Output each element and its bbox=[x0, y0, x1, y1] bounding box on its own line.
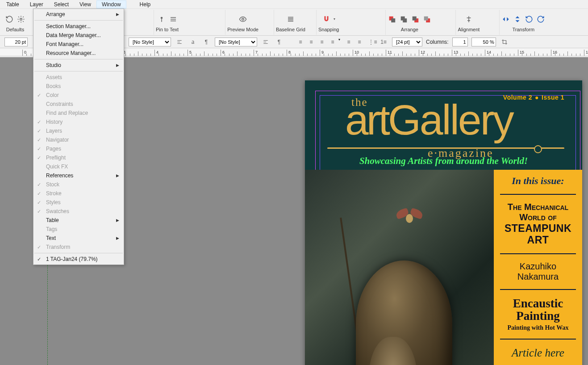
check-icon: ✓ bbox=[37, 92, 41, 98]
valign-top-icon[interactable]: ≡ bbox=[344, 38, 354, 46]
menu-layer[interactable]: Layer bbox=[25, 0, 49, 8]
menu-item-preflight: ✓Preflight bbox=[33, 153, 124, 162]
transform-label: Transform bbox=[512, 27, 534, 32]
menu-table[interactable]: Table bbox=[1, 0, 25, 8]
brush-underline-icon bbox=[327, 147, 564, 149]
zoom-field[interactable] bbox=[471, 38, 496, 46]
menubar: TableLayerSelectViewWindowHelp bbox=[0, 0, 588, 9]
menu-item-pages: ✓Pages bbox=[33, 144, 124, 153]
menu-separator bbox=[34, 253, 123, 253]
crop-icon[interactable] bbox=[500, 38, 509, 46]
check-icon: ✓ bbox=[37, 182, 41, 188]
check-icon: ✓ bbox=[37, 146, 41, 152]
menu-item-table[interactable]: Table▶ bbox=[33, 216, 124, 225]
para-style-select[interactable]: [No Style] bbox=[129, 38, 171, 46]
preview-label: Preview Mode bbox=[227, 27, 259, 32]
feature-artist: Kazuhiko Nakamura bbox=[497, 261, 579, 282]
menu-item-layers: ✓Layers bbox=[33, 126, 124, 135]
pilcrow-icon[interactable]: ¶ bbox=[201, 38, 211, 46]
valign-group: ≡ ≡ bbox=[344, 38, 364, 46]
number-list-icon[interactable]: 1≡ bbox=[379, 38, 388, 46]
svg-rect-8 bbox=[413, 16, 417, 20]
menu-select[interactable]: Select bbox=[49, 0, 74, 8]
flip-v-icon[interactable] bbox=[513, 15, 522, 24]
check-icon: ✓ bbox=[37, 244, 41, 250]
cover-artwork bbox=[305, 170, 494, 365]
svg-rect-10 bbox=[424, 16, 428, 20]
flip-h-icon[interactable] bbox=[501, 15, 510, 24]
check-icon: ✓ bbox=[37, 137, 41, 143]
font-size-field[interactable] bbox=[4, 38, 28, 46]
check-icon: ✓ bbox=[37, 155, 41, 161]
menu-item-history: ✓History bbox=[33, 117, 124, 126]
tagline: Showcasing Artists from around the World… bbox=[305, 155, 582, 167]
pilcrow-icon-2[interactable]: ¶ bbox=[274, 38, 284, 46]
menu-window[interactable]: Window bbox=[96, 0, 126, 8]
submenu-arrow-icon: ▶ bbox=[116, 236, 119, 240]
snapping-label: Snapping bbox=[318, 27, 339, 32]
update-style-icon[interactable] bbox=[175, 38, 184, 46]
preview-section: Preview Mode bbox=[225, 10, 260, 35]
feature-steampunk: The Mechanical World of STEAMPUNK ART bbox=[497, 202, 579, 246]
char-style-select[interactable]: [No Style] bbox=[215, 38, 257, 46]
eye-icon[interactable] bbox=[238, 15, 247, 24]
align-right-icon[interactable]: ≡ bbox=[317, 38, 327, 46]
check-icon: ✓ bbox=[37, 119, 41, 125]
rotate-cw-icon[interactable] bbox=[536, 15, 545, 24]
svg-rect-4 bbox=[392, 18, 396, 22]
menu-item-arrange[interactable]: Arrange▶ bbox=[33, 10, 124, 19]
gear-icon[interactable] bbox=[17, 15, 25, 24]
check-icon: ✓ bbox=[37, 191, 41, 197]
move-front-icon[interactable] bbox=[388, 15, 396, 24]
menu-item-references[interactable]: References▶ bbox=[33, 171, 124, 180]
menu-view[interactable]: View bbox=[74, 0, 96, 8]
columns-label: Columns: bbox=[426, 39, 449, 45]
menu-separator bbox=[34, 71, 123, 71]
bullet-list-icon[interactable]: ⋮≡ bbox=[368, 38, 378, 46]
move-forward-icon[interactable] bbox=[399, 15, 408, 24]
menu-item-find-and-replace: Find and Replace bbox=[33, 109, 124, 117]
menu-item-resource-manager[interactable]: Resource Manager... bbox=[33, 49, 124, 58]
move-backward-icon[interactable] bbox=[411, 15, 420, 24]
menu-item-color: ✓Color bbox=[33, 91, 124, 100]
menu-item-tags: Tags bbox=[33, 225, 124, 234]
update-char-style-icon[interactable] bbox=[261, 38, 271, 46]
check-icon: ✓ bbox=[37, 200, 41, 206]
menu-item-navigator: ✓Navigator bbox=[33, 135, 124, 144]
magnet-icon[interactable] bbox=[322, 15, 331, 24]
svg-point-0 bbox=[20, 18, 22, 20]
check-icon: ✓ bbox=[37, 256, 41, 262]
defaults-label: Defaults bbox=[6, 27, 24, 32]
menu-item-stock: ✓Stock bbox=[33, 180, 124, 189]
menu-item-books: Books bbox=[33, 82, 124, 91]
menu-item-section-manager[interactable]: Section Manager... bbox=[33, 22, 124, 31]
align-left-icon[interactable]: ≡ bbox=[296, 38, 305, 46]
menu-item-data-merge-manager[interactable]: Data Merge Manager... bbox=[33, 31, 124, 40]
leading-select[interactable]: [24 pt] bbox=[392, 38, 422, 46]
submenu-arrow-icon: ▶ bbox=[116, 12, 119, 17]
menu-item-font-manager[interactable]: Font Manager... bbox=[33, 40, 124, 49]
menu-separator bbox=[34, 59, 123, 59]
valign-bottom-icon[interactable]: ≡ bbox=[354, 38, 364, 46]
menu-item-text[interactable]: Text▶ bbox=[33, 234, 124, 243]
align-center-icon[interactable]: ≡ bbox=[306, 38, 316, 46]
sync-defaults-icon[interactable] bbox=[5, 15, 14, 24]
svg-rect-6 bbox=[403, 18, 407, 22]
rotate-ccw-icon[interactable] bbox=[525, 15, 534, 24]
move-back-icon[interactable] bbox=[422, 15, 431, 24]
baseline-grid-icon[interactable] bbox=[286, 15, 295, 24]
menu-help[interactable]: Help bbox=[134, 0, 156, 8]
menu-item-1-tag-jan24-79-7[interactable]: ✓1 TAG-Jan24 (79.7%) bbox=[33, 255, 124, 264]
menu-item-studio[interactable]: Studio▶ bbox=[33, 61, 124, 70]
alignment-icon[interactable] bbox=[464, 15, 473, 24]
pin-inline-icon[interactable] bbox=[169, 15, 178, 24]
baseline-label: Baseline Grid bbox=[276, 27, 305, 32]
columns-field[interactable] bbox=[452, 38, 468, 46]
transform-section: Transform bbox=[499, 10, 547, 35]
document-page[interactable]: Volume 2●Issue 1 the artGallery e·magazi… bbox=[305, 80, 582, 365]
pin-section: Pin to Text bbox=[154, 10, 180, 35]
align-justify-icon[interactable]: ≡ bbox=[328, 38, 338, 46]
align-group: ≡ ≡ ≡ ≡ ▾ bbox=[296, 38, 340, 46]
pin-float-icon[interactable] bbox=[157, 15, 166, 24]
article-here: Article here bbox=[497, 347, 579, 359]
